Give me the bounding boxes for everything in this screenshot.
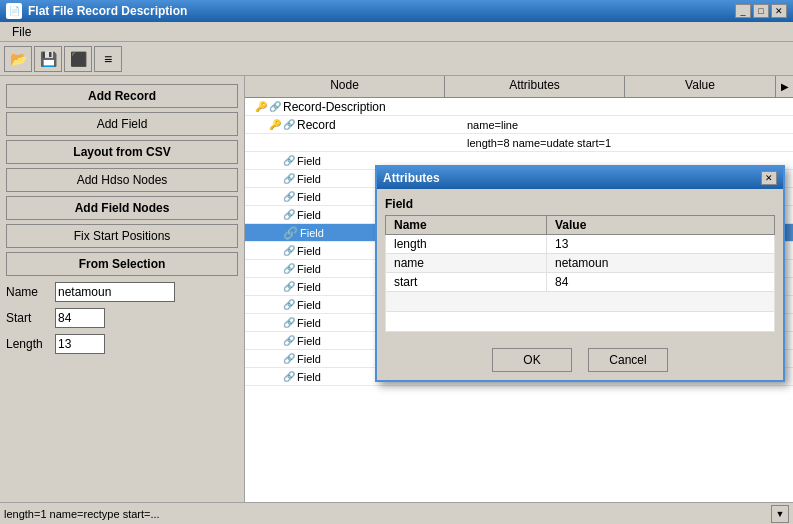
link-icon: 🔗: [283, 173, 295, 184]
link-icon: 🔗: [283, 335, 295, 346]
link-icon: 🔗: [269, 101, 281, 112]
attributes-dialog[interactable]: Attributes ✕ Field Name Value length 13: [375, 165, 785, 382]
start-input[interactable]: [55, 308, 105, 328]
col-node: Node: [245, 76, 445, 97]
link-icon: 🔗: [283, 263, 295, 274]
maximize-button[interactable]: □: [753, 4, 769, 18]
add-record-button[interactable]: Add Record: [6, 84, 238, 108]
tool-button-3[interactable]: ⬛: [64, 46, 92, 72]
from-selection-button[interactable]: From Selection: [6, 252, 238, 276]
attributes-table: Name Value length 13 name netamoun start: [385, 215, 775, 332]
link-icon: 🔗: [283, 281, 295, 292]
link-icon: 🔗: [283, 155, 295, 166]
ok-button[interactable]: OK: [492, 348, 572, 372]
save-button[interactable]: 💾: [34, 46, 62, 72]
add-field-button[interactable]: Add Field: [6, 112, 238, 136]
length-input[interactable]: [55, 334, 105, 354]
app-icon: 📄: [6, 3, 22, 19]
tool-button-4[interactable]: ≡: [94, 46, 122, 72]
status-scroll-button[interactable]: ▼: [771, 505, 789, 523]
attr-name-cell: length: [386, 235, 547, 254]
close-button[interactable]: ✕: [771, 4, 787, 18]
start-row: Start: [6, 308, 238, 328]
add-hdso-nodes-button[interactable]: Add Hdso Nodes: [6, 168, 238, 192]
open-button[interactable]: 📂: [4, 46, 32, 72]
tree-attr-cell: length=8 name=udate start=1: [463, 137, 643, 149]
tree-header: Node Attributes Value ▶: [245, 76, 793, 98]
menu-item-file[interactable]: File: [4, 23, 39, 41]
name-row: Name: [6, 282, 238, 302]
link-icon: 🔗: [283, 317, 295, 328]
left-panel: Add Record Add Field Layout from CSV Add…: [0, 76, 245, 502]
modal-footer: OK Cancel: [377, 340, 783, 380]
modal-title: Attributes: [383, 171, 440, 185]
attribute-row: start 84: [386, 273, 775, 292]
length-row: Length: [6, 334, 238, 354]
attr-value-cell: 84: [547, 273, 775, 292]
col-name-header: Name: [386, 216, 547, 235]
link-icon: 🔗: [283, 119, 295, 130]
toolbar: 📂 💾 ⬛ ≡: [0, 42, 793, 76]
attribute-row: name netamoun: [386, 254, 775, 273]
link-icon: 🔗: [283, 353, 295, 364]
attr-value-cell: 13: [547, 235, 775, 254]
fix-start-positions-button[interactable]: Fix Start Positions: [6, 224, 238, 248]
tree-node-cell: 🔑 🔗 Record: [245, 118, 463, 132]
tree-node-cell: 🔑 🔗 Record-Description: [245, 100, 463, 114]
link-icon: 🔗: [283, 371, 295, 382]
modal-section-label: Field: [385, 197, 775, 211]
modal-body: Field Name Value length 13 name netamou: [377, 189, 783, 340]
attr-name-cell: name: [386, 254, 547, 273]
link-icon: 🔗: [283, 209, 295, 220]
col-value: Value: [625, 76, 775, 97]
modal-title-bar: Attributes ✕: [377, 167, 783, 189]
key-icon: 🔑: [255, 101, 267, 112]
menu-bar: File: [0, 22, 793, 42]
link-icon: 🔗: [283, 245, 295, 256]
title-bar-controls[interactable]: _ □ ✕: [735, 4, 787, 18]
tree-row[interactable]: length=8 name=udate start=1: [245, 134, 793, 152]
attr-name-cell: start: [386, 273, 547, 292]
link-icon: 🔗: [283, 191, 295, 202]
link-icon: 🔗: [283, 299, 295, 310]
add-field-nodes-button[interactable]: Add Field Nodes: [6, 196, 238, 220]
length-label: Length: [6, 337, 51, 351]
attribute-row-empty: [386, 312, 775, 332]
attr-value-cell: netamoun: [547, 254, 775, 273]
title-bar-title: Flat File Record Description: [28, 4, 187, 18]
title-bar-left: 📄 Flat File Record Description: [6, 3, 187, 19]
modal-close-button[interactable]: ✕: [761, 171, 777, 185]
tree-scroll-right[interactable]: ▶: [775, 76, 793, 97]
start-label: Start: [6, 311, 51, 325]
key-icon: 🔑: [269, 119, 281, 130]
layout-from-csv-button[interactable]: Layout from CSV: [6, 140, 238, 164]
attribute-row-empty: [386, 292, 775, 312]
tree-attr-cell: name=line: [463, 119, 643, 131]
name-label: Name: [6, 285, 51, 299]
attribute-row: length 13: [386, 235, 775, 254]
status-bar: length=1 name=rectype start=... ▼: [0, 502, 793, 524]
name-input[interactable]: [55, 282, 175, 302]
tree-row[interactable]: 🔑 🔗 Record name=line: [245, 116, 793, 134]
col-attributes: Attributes: [445, 76, 625, 97]
title-bar: 📄 Flat File Record Description _ □ ✕: [0, 0, 793, 22]
col-value-header: Value: [547, 216, 775, 235]
cancel-button[interactable]: Cancel: [588, 348, 668, 372]
tree-row[interactable]: 🔑 🔗 Record-Description: [245, 98, 793, 116]
status-text: length=1 name=rectype start=...: [4, 508, 771, 520]
minimize-button[interactable]: _: [735, 4, 751, 18]
